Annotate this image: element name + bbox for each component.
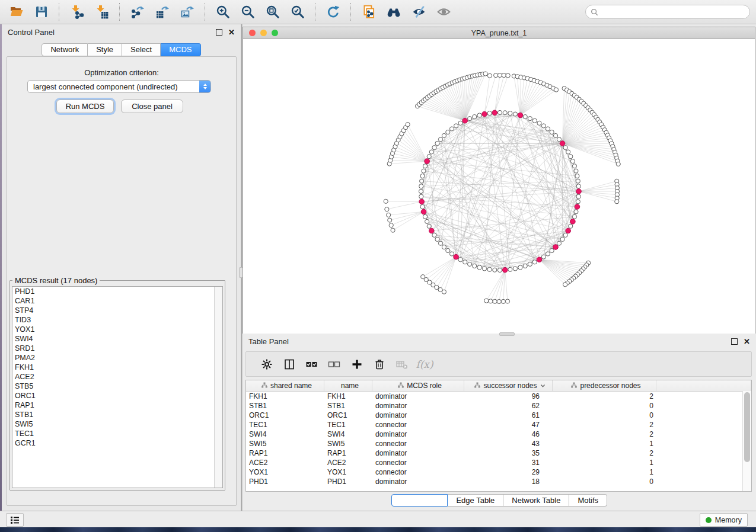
table-cell[interactable]: dominator: [372, 477, 464, 486]
tab-motifs[interactable]: Motifs: [569, 494, 607, 507]
network-node[interactable]: [487, 73, 492, 78]
network-node[interactable]: [497, 268, 502, 272]
table-row[interactable]: SWI5SWI5connector431: [246, 439, 751, 448]
network-node[interactable]: [427, 155, 431, 159]
network-node[interactable]: [391, 228, 395, 232]
table-cell[interactable]: YOX1: [246, 468, 324, 476]
network-node[interactable]: [518, 265, 522, 270]
table-row[interactable]: SWI4SWI4dominator462: [246, 430, 751, 439]
network-node[interactable]: [442, 245, 446, 249]
network-node[interactable]: [420, 174, 425, 178]
network-node[interactable]: [473, 264, 477, 268]
network-node[interactable]: [557, 241, 561, 245]
save-session-icon[interactable]: [31, 2, 52, 21]
network-window-titlebar[interactable]: YPA_prune.txt_1: [243, 27, 755, 39]
table-cell[interactable]: 62: [464, 402, 553, 410]
table-cell[interactable]: 1: [553, 468, 656, 476]
network-node[interactable]: [420, 179, 424, 183]
network-node[interactable]: [477, 265, 481, 270]
mcds-result-item[interactable]: FKH1: [12, 363, 222, 372]
network-node[interactable]: [419, 194, 423, 198]
close-table-panel-icon[interactable]: ✕: [744, 339, 750, 344]
table-row[interactable]: STB1STB1dominator620: [246, 401, 751, 411]
table-cell[interactable]: dominator: [372, 449, 464, 457]
table-cell[interactable]: 1: [553, 459, 656, 467]
mcds-result-item[interactable]: YOX1: [12, 325, 222, 334]
show-graphics-details-icon[interactable]: [433, 2, 454, 21]
tab-node-table[interactable]: Node Table: [391, 494, 448, 507]
network-node[interactable]: [435, 237, 439, 241]
network-node[interactable]: [422, 169, 426, 173]
table-cell[interactable]: STB1: [324, 402, 372, 410]
network-node[interactable]: [493, 268, 497, 272]
network-node[interactable]: [429, 150, 433, 154]
mcds-result-item[interactable]: RAP1: [12, 400, 222, 410]
float-table-panel-icon[interactable]: [731, 338, 738, 345]
table-cell[interactable]: connector: [372, 421, 464, 429]
mcds-result-item[interactable]: ACE2: [12, 372, 222, 382]
network-node[interactable]: [550, 130, 554, 134]
float-panel-icon[interactable]: [216, 29, 222, 36]
network-node[interactable]: [442, 133, 446, 137]
table-cell[interactable]: 47: [464, 421, 553, 429]
mcds-result-item[interactable]: TID3: [12, 315, 222, 325]
mcds-node[interactable]: [576, 189, 582, 194]
table-cell[interactable]: SWI4: [324, 430, 372, 438]
export-network-icon[interactable]: [127, 2, 148, 21]
mcds-node[interactable]: [425, 159, 430, 164]
table-cell[interactable]: TEC1: [324, 421, 372, 429]
table-cell[interactable]: connector: [372, 440, 464, 448]
table-row[interactable]: TEC1TEC1connector472: [246, 420, 751, 430]
mcds-node[interactable]: [419, 199, 425, 204]
network-node[interactable]: [384, 199, 388, 203]
network-node[interactable]: [528, 262, 532, 266]
network-node[interactable]: [468, 117, 472, 121]
delete-columns-trash-icon[interactable]: [368, 354, 391, 375]
table-cell[interactable]: PHD1: [246, 477, 324, 486]
tab-style[interactable]: Style: [88, 43, 122, 56]
network-node[interactable]: [388, 218, 392, 222]
network-node[interactable]: [505, 299, 509, 303]
toggle-columns-icon[interactable]: [278, 354, 301, 375]
table-row[interactable]: YOX1YOX1connector291: [246, 467, 751, 477]
table-cell[interactable]: 61: [464, 411, 553, 419]
first-neighbors-icon[interactable]: [383, 2, 404, 21]
network-node[interactable]: [563, 146, 567, 150]
network-node[interactable]: [423, 164, 427, 168]
mcds-result-item[interactable]: ORC1: [12, 391, 222, 400]
column-header-shared-name[interactable]: shared name: [246, 380, 324, 391]
table-cell[interactable]: TEC1: [246, 421, 324, 429]
mcds-result-item[interactable]: SWI5: [12, 419, 222, 429]
mcds-node[interactable]: [421, 209, 426, 214]
table-cell[interactable]: 2: [553, 430, 656, 438]
mcds-result-item[interactable]: STP4: [12, 306, 222, 315]
network-node[interactable]: [546, 252, 550, 256]
network-node[interactable]: [421, 275, 425, 279]
table-cell[interactable]: dominator: [372, 392, 464, 400]
network-node[interactable]: [554, 88, 558, 92]
table-cell[interactable]: FKH1: [324, 392, 372, 400]
tab-network[interactable]: Network: [42, 43, 88, 56]
search-box[interactable]: [585, 5, 750, 19]
network-node[interactable]: [572, 214, 576, 219]
tab-mcds[interactable]: MCDS: [161, 43, 200, 56]
table-cell[interactable]: 18: [464, 477, 553, 486]
network-node[interactable]: [553, 133, 557, 137]
mcds-node[interactable]: [429, 228, 435, 233]
network-node[interactable]: [438, 241, 442, 245]
table-cell[interactable]: RAP1: [324, 449, 372, 457]
network-node[interactable]: [449, 252, 454, 256]
network-node[interactable]: [432, 233, 436, 237]
network-node[interactable]: [463, 260, 467, 264]
network-node[interactable]: [576, 194, 580, 198]
mcds-node[interactable]: [537, 257, 542, 262]
window-zoom-traffic-light[interactable]: [272, 30, 278, 36]
network-canvas[interactable]: [243, 39, 755, 334]
network-node[interactable]: [513, 112, 517, 116]
mcds-list-scrollbar[interactable]: [214, 287, 222, 488]
table-cell[interactable]: 35: [464, 449, 553, 457]
table-cell[interactable]: 29: [464, 468, 553, 476]
mcds-result-item[interactable]: SRD1: [12, 344, 222, 353]
tab-edge-table[interactable]: Edge Table: [448, 494, 503, 507]
search-input[interactable]: [601, 7, 745, 17]
